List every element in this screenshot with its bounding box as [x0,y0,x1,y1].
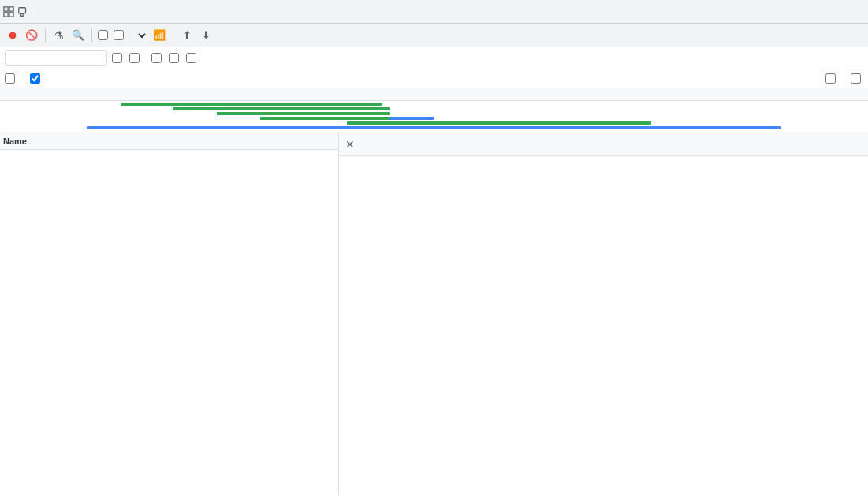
timeline-bar [217,112,390,115]
detail-content [339,156,868,495]
capture-screenshots-checkbox[interactable] [851,73,863,84]
filter-input[interactable] [5,50,107,66]
options-left [5,73,43,84]
filter-row [0,47,868,69]
name-column-header: Name [3,136,27,146]
invert-checkbox[interactable] [112,53,125,63]
timeline-bar [121,103,382,106]
show-overview-checkbox[interactable] [30,73,43,84]
export-icon[interactable]: ⬇ [198,28,214,43]
inspect-icon[interactable] [3,6,14,17]
request-list-header: Name [0,132,338,150]
svg-rect-3 [9,12,13,16]
svg-rect-2 [4,12,8,16]
disable-cache-checkbox[interactable] [114,30,126,40]
devtools-icons [3,6,35,17]
blocked-requests-checkbox[interactable] [169,53,181,63]
filter-button[interactable]: ⚗ [51,28,67,43]
throttle-select[interactable] [129,29,148,42]
separator-1 [45,28,46,43]
detail-tabs: ✕ [339,132,868,156]
request-list-body[interactable] [0,150,338,495]
record-button[interactable]: ⏺ [5,28,20,43]
svg-rect-4 [19,7,26,13]
network-conditions-icon[interactable]: 📶 [151,28,167,43]
timeline-bar [173,107,390,110]
import-icon[interactable]: ⬆ [179,28,195,43]
device-icon[interactable] [17,6,28,17]
detail-panel: ✕ [339,132,868,495]
network-toolbar: ⏺ 🚫 ⚗ 🔍 📶 ⬆ ⬇ [0,24,868,47]
group-by-frame-checkbox[interactable] [825,73,838,84]
search-button[interactable]: 🔍 [70,28,86,43]
options-right [825,73,863,84]
hide-data-urls-checkbox[interactable] [129,53,142,63]
svg-rect-0 [4,6,8,10]
timeline-ruler [0,88,868,101]
timeline-bar [260,117,390,120]
third-party-checkbox[interactable] [186,53,199,63]
clear-button[interactable]: 🚫 [24,28,39,43]
separator-3 [173,28,173,43]
timeline-bars [0,101,868,132]
options-row [0,69,868,88]
close-detail-button[interactable]: ✕ [345,138,355,151]
timeline-bar [87,126,781,129]
large-rows-checkbox[interactable] [5,73,17,84]
separator-2 [91,28,92,43]
svg-rect-5 [20,13,24,16]
devtools-tab-bar [0,0,868,24]
timeline-bar [347,121,650,125]
has-blocked-cookies-checkbox[interactable] [151,53,164,63]
svg-rect-1 [9,6,13,10]
main-split: Name ✕ [0,132,868,495]
timeline-container [0,88,868,132]
request-list: Name [0,132,339,495]
preserve-log-checkbox[interactable] [98,30,110,40]
